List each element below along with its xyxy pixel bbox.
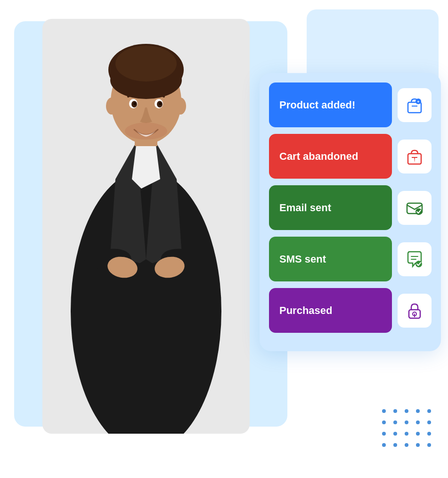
dot: [393, 409, 397, 413]
svg-point-15: [115, 46, 177, 82]
shop-icon: +: [405, 96, 424, 115]
dot: [393, 443, 397, 447]
person-illustration: [42, 19, 250, 434]
label-purchased: Purchased: [269, 288, 392, 333]
card-row-cart-abandoned: Cart abandoned !: [269, 134, 432, 179]
card-row-email-sent: Email sent: [269, 185, 432, 230]
dot: [405, 420, 408, 424]
dot: [382, 409, 386, 413]
email-check-icon: [405, 198, 424, 217]
card-row-sms-sent: SMS sent: [269, 237, 432, 281]
svg-point-22: [106, 98, 117, 115]
svg-point-24: [125, 123, 167, 140]
sms-icon: [405, 250, 424, 269]
shop-cart-icon: !: [405, 147, 424, 166]
card-row-product-added: Product added! +: [269, 82, 432, 127]
dot: [382, 420, 386, 424]
dot: [416, 420, 420, 424]
dot: [416, 432, 420, 436]
svg-point-20: [133, 102, 136, 105]
lock-purchase-icon: [405, 301, 424, 320]
icon-box-email-sent: [398, 191, 432, 225]
label-cart-abandoned: Cart abandoned: [269, 134, 392, 179]
person-container: [9, 9, 283, 434]
dot: [393, 432, 397, 436]
label-sms-sent: SMS sent: [269, 237, 392, 281]
dot: [416, 409, 420, 413]
dot-pattern: [382, 409, 434, 450]
dot: [393, 420, 397, 424]
icon-box-cart-abandoned: !: [398, 140, 432, 173]
svg-point-23: [175, 98, 186, 115]
icon-box-product-added: +: [398, 88, 432, 122]
dot: [427, 443, 431, 447]
card-panel: Product added! + Cart abandoned: [260, 73, 441, 351]
scene: Product added! + Cart abandoned: [0, 0, 448, 478]
dot: [427, 432, 431, 436]
dot: [382, 432, 386, 436]
svg-point-21: [159, 102, 162, 105]
icon-box-sms-sent: [398, 242, 432, 276]
dot: [416, 443, 420, 447]
label-email-sent: Email sent: [269, 185, 392, 230]
svg-text:!: !: [414, 157, 415, 162]
dot: [427, 409, 431, 413]
dot: [405, 432, 408, 436]
dot: [405, 443, 408, 447]
icon-box-purchased: [398, 294, 432, 328]
svg-text:+: +: [417, 99, 419, 104]
dot: [405, 409, 408, 413]
label-product-added: Product added!: [269, 82, 392, 127]
dot: [382, 443, 386, 447]
card-row-purchased: Purchased: [269, 288, 432, 333]
dot: [427, 420, 431, 424]
